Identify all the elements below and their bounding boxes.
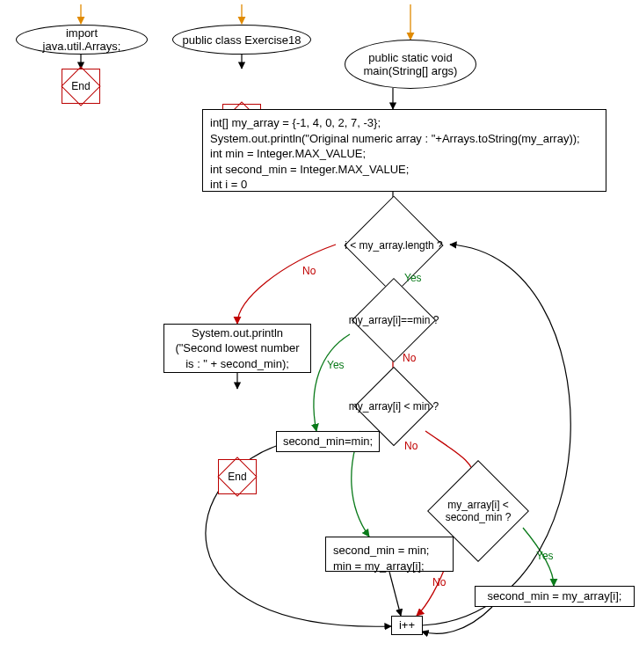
entry-import: import java.util.Arrays; xyxy=(16,25,148,55)
branch-no: No xyxy=(404,440,418,452)
entry-class-label: public class Exercise18 xyxy=(182,33,301,47)
end-label: End xyxy=(71,80,90,92)
decision-eqmin: my_array[i]==min ? xyxy=(352,278,436,362)
stmt-print-line: ("Second lowest number xyxy=(175,340,299,356)
entry-import-label: import java.util.Arrays; xyxy=(25,26,138,53)
branch-yes: Yes xyxy=(536,550,554,562)
stmt-inc: i++ xyxy=(391,616,423,635)
flowchart-canvas: import java.util.Arrays; End public clas… xyxy=(0,0,639,672)
entry-main-label-2: main(String[] args) xyxy=(364,64,458,77)
init-line: int[] my_array = {-1, 4, 0, 2, 7, -3}; xyxy=(210,115,381,131)
end-terminator: End xyxy=(218,459,257,494)
decision-ltsecond-label: my_array[i] < second_min ? xyxy=(446,499,512,523)
init-block: int[] my_array = {-1, 4, 0, 2, 7, -3}; S… xyxy=(202,109,606,192)
init-line: int second_min = Integer.MAX_VALUE; xyxy=(210,162,409,178)
stmt-sm-eq-min-label: second_min=min; xyxy=(283,434,373,449)
stmt-sm-arr: second_min = my_array[i]; xyxy=(475,586,635,607)
stmt-inc-label: i++ xyxy=(399,617,415,633)
entry-main-label-1: public static void xyxy=(368,51,452,64)
stmt-print-line: System.out.println xyxy=(192,325,283,341)
branch-no: No xyxy=(403,352,416,364)
stmt-sm-arr-label: second_min = my_array[i]; xyxy=(488,588,622,604)
decision-ltmin-label: my_array[i] < min ? xyxy=(349,400,439,413)
stmt-print-line: is : " + second_min); xyxy=(185,356,289,372)
branch-yes: Yes xyxy=(404,272,422,284)
stmt-swap-line: min = my_array[i]; xyxy=(333,559,425,574)
end-label: End xyxy=(228,471,246,483)
end-terminator: End xyxy=(62,69,100,104)
branch-yes: Yes xyxy=(327,359,345,371)
entry-main: public static void main(String[] args) xyxy=(345,40,476,89)
stmt-print: System.out.println ("Second lowest numbe… xyxy=(163,324,311,373)
decision-loop-label: i < my_array.length ? xyxy=(345,239,443,252)
decision-eqmin-label: my_array[i]==min ? xyxy=(349,314,439,326)
init-line: System.out.println("Original numeric arr… xyxy=(210,131,580,147)
entry-class: public class Exercise18 xyxy=(172,25,311,55)
stmt-swap-line: second_min = min; xyxy=(333,543,429,559)
stmt-swap: second_min = min; min = my_array[i]; xyxy=(325,537,454,572)
stmt-sm-eq-min: second_min=min; xyxy=(276,431,380,452)
branch-no: No xyxy=(432,576,446,588)
init-line: int i = 0 xyxy=(210,177,247,193)
branch-no: No xyxy=(302,265,316,277)
init-line: int min = Integer.MAX_VALUE; xyxy=(210,146,366,162)
